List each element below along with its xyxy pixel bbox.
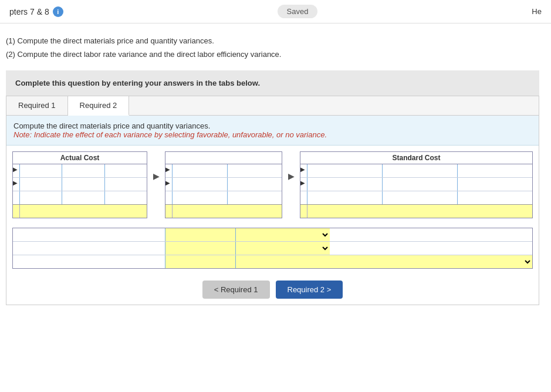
actual-row1-input3[interactable] [105,164,147,177]
actual-cost-section: Actual Cost ▶ [12,151,147,218]
actual-row1-cell3[interactable] [105,164,147,177]
info-note: Note: Indicate the effect of each varian… [13,130,532,139]
var3-effect-select[interactable]: Favorable Unfavorable No Variance [236,255,532,268]
var3-amount-input[interactable] [165,255,235,268]
actual-total-input1[interactable] [20,205,147,218]
std-row3-cell1[interactable] [307,191,383,204]
std-row3-cell2[interactable] [383,191,458,204]
actual-row3-input1[interactable] [20,191,62,204]
var2-effect-select[interactable]: Favorable Unfavorable No Variance [236,242,330,255]
actual-row3-input3[interactable] [105,191,147,204]
actual-row2-input3[interactable] [105,178,147,191]
info-description: Compute the direct materials price and q… [13,121,532,130]
std-row1-input2[interactable] [383,164,457,177]
std-row3-input3[interactable] [458,191,532,204]
prev-button[interactable]: < Required 1 [202,281,270,299]
spacer-row [12,218,533,224]
instruction-line1: (1) Compute the direct materials price a… [6,35,539,48]
tab-required2[interactable]: Required 2 [68,96,130,116]
std-row2-arrow: ▶ [300,180,305,186]
var1-label-cell[interactable] [13,228,165,241]
middle-section: ▶ [165,151,282,218]
mid-row1-cell1[interactable] [173,164,228,177]
actual-row1-cell1[interactable] [20,164,62,177]
actual-row3-input2[interactable] [62,191,104,204]
standard-cost-rows: ▶ [300,164,532,204]
mid-row2-cell1[interactable] [173,178,228,191]
mid-row3-input2[interactable] [228,191,282,204]
mid-row1-input1[interactable] [173,164,227,177]
std-row2-cell1[interactable] [307,178,383,191]
var1-effect-cell[interactable]: Favorable Unfavorable No Variance [236,228,330,241]
actual-row-1: ▶ [13,164,147,178]
connector1: ▶ [147,151,165,183]
var3-label-input[interactable] [13,255,165,268]
actual-row1-cell2[interactable] [62,164,104,177]
std-row1-cell3[interactable] [458,164,532,177]
std-row2-cell2[interactable] [383,178,458,191]
mid-row3-input1[interactable] [173,191,227,204]
actual-row2-cell3[interactable] [105,178,147,191]
actual-row2-cell2[interactable] [62,178,104,191]
var3-label-cell[interactable] [13,255,165,268]
std-row2-input3[interactable] [458,178,532,191]
mid-row2-cell2[interactable] [228,178,282,191]
var2-label-input[interactable] [13,242,165,255]
middle-row-3 [165,191,282,204]
actual-row1-input1[interactable] [20,164,62,177]
mid-row1-arrow: ▶ [165,166,170,173]
actual-row2-input1[interactable] [20,178,62,191]
var2-amount-cell[interactable] [165,242,236,255]
actual-row3-cell3[interactable] [105,191,147,204]
actual-row2-cell1[interactable] [20,178,62,191]
actual-total-cell1[interactable] [20,205,147,218]
mid-row2-input2[interactable] [228,178,282,191]
mid-total-input1[interactable] [173,205,282,218]
var2-amount-input[interactable] [165,242,235,255]
middle-block: ▶ [165,151,282,218]
std-total-cell1[interactable] [307,205,532,218]
actual-row1-input2[interactable] [62,164,104,177]
mid-row3-cell2[interactable] [228,191,282,204]
mid-row3-cell1[interactable] [173,191,228,204]
std-row1-cell2[interactable] [383,164,458,177]
std-row2-cell3[interactable] [458,178,532,191]
var1-label-input[interactable] [13,228,165,241]
mid-row1-input2[interactable] [228,164,282,177]
info-icon[interactable]: i [53,6,63,17]
mid-row2-input1[interactable] [173,178,227,191]
std-row1-cell1[interactable] [307,164,383,177]
next-button[interactable]: Required 2 > [276,281,343,299]
actual-row3-cell1[interactable] [20,191,62,204]
var1-effect-select[interactable]: Favorable Unfavorable No Variance [236,228,330,241]
std-total-input1[interactable] [307,205,532,218]
connector2: ▶ [282,151,300,183]
main-content: (1) Compute the direct materials price a… [0,23,551,317]
mid-total-cell1[interactable] [173,205,282,218]
std-row3-cell3[interactable] [458,191,532,204]
var1-amount-cell[interactable] [165,228,236,241]
std-row1-input3[interactable] [458,164,532,177]
arrow-right-2: ▶ [288,171,295,181]
tab-required1[interactable]: Required 1 [6,96,68,115]
mid-row2-arrow: ▶ [165,180,170,186]
standard-cost-section: Standard Cost ▶ [300,151,533,218]
var2-label-cell[interactable] [13,242,165,255]
instruction-line2: (2) Compute the direct labor rate varian… [6,49,539,61]
actual-row3-cell2[interactable] [62,191,104,204]
complete-bar-text: Complete this question by entering your … [15,79,260,87]
var3-amount-cell[interactable] [165,255,236,268]
std-row2-input2[interactable] [383,178,457,191]
var2-effect-cell[interactable]: Favorable Unfavorable No Variance [236,242,330,255]
std-row2-input1[interactable] [307,178,382,191]
actual-cost-block: Actual Cost ▶ [12,151,147,218]
std-row3-input2[interactable] [383,191,457,204]
tabs-row: Required 1 Required 2 [6,96,539,116]
mid-row1-cell2[interactable] [228,164,282,177]
std-row3-input1[interactable] [307,191,382,204]
var3-effect-cell[interactable]: Favorable Unfavorable No Variance [236,255,532,268]
std-row1-input1[interactable] [307,164,382,177]
var1-amount-input[interactable] [165,228,235,241]
std-row-3 [300,191,532,204]
actual-row2-input2[interactable] [62,178,104,191]
